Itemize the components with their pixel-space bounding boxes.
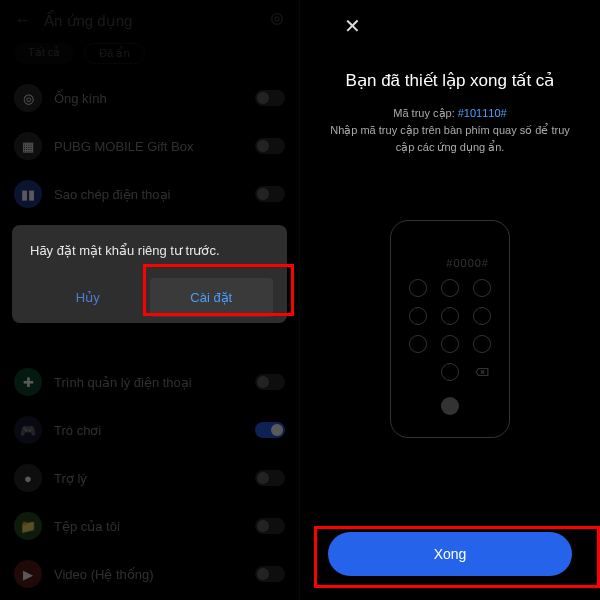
instruction-text: Nhập mã truy cập trên bàn phím quay số đ… — [320, 122, 580, 155]
left-panel: ← Ẩn ứng dụng Tất cả Đã ẩn ◎Ống kính▦PUB… — [0, 0, 300, 600]
access-code-line: Mã truy cập: #101110# — [320, 107, 580, 120]
phone-display: #0000# — [407, 257, 493, 279]
access-code: #101110# — [458, 107, 507, 119]
dialog-message: Hãy đặt mật khẩu riêng tư trước. — [26, 243, 273, 258]
spacer — [409, 391, 427, 409]
spacer — [473, 391, 491, 409]
key-blank — [409, 363, 427, 381]
key-4 — [409, 307, 427, 325]
key-2 — [441, 279, 459, 297]
phone-mockup: #0000# — [390, 220, 510, 438]
highlight-settings — [143, 264, 294, 316]
key-1 — [409, 279, 427, 297]
close-icon[interactable]: ✕ — [344, 14, 361, 38]
key-9 — [473, 335, 491, 353]
key-5 — [441, 307, 459, 325]
right-panel: ✕ Bạn đã thiết lập xong tất cả Mã truy c… — [300, 0, 600, 600]
home-key — [441, 397, 459, 415]
key-6 — [473, 307, 491, 325]
code-prefix: Mã truy cập: — [393, 107, 457, 119]
setup-title: Bạn đã thiết lập xong tất cả — [320, 70, 580, 91]
highlight-done — [314, 526, 600, 588]
keypad — [407, 279, 493, 415]
key-8 — [441, 335, 459, 353]
delete-icon — [473, 363, 491, 381]
cancel-button[interactable]: Hủy — [26, 278, 150, 317]
key-7 — [409, 335, 427, 353]
key-3 — [473, 279, 491, 297]
key-0 — [441, 363, 459, 381]
